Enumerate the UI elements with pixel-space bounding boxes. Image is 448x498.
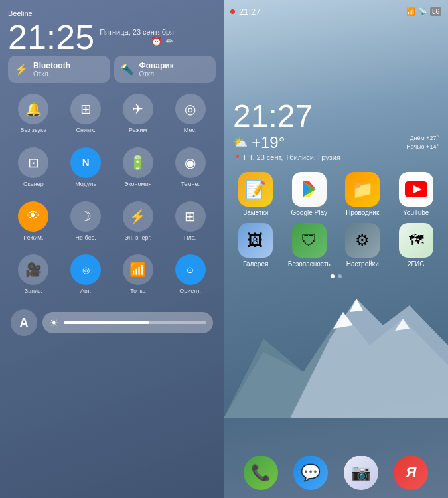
qs-record[interactable]: 🎥 Запис. [8, 249, 59, 300]
gallery-icon: 🖼 [238, 223, 273, 258]
user-avatar[interactable]: A [11, 309, 37, 336]
notification-dot [230, 9, 235, 14]
battery-label: Экономия [124, 181, 152, 188]
left-time: 21:25 [8, 20, 94, 54]
day-temp: Днём +27° [406, 134, 439, 143]
settings-icon: ⚙ [345, 223, 380, 258]
camera-icon: 📷 [344, 456, 378, 490]
app-zamet[interactable]: 📝 Заметки [230, 172, 281, 216]
youtube-icon [399, 172, 433, 207]
qs-battery[interactable]: 🔋 Экономия [113, 142, 164, 193]
dock-phone[interactable]: 📞 [244, 456, 278, 490]
eye-icon: 👁 [18, 201, 48, 232]
dock-camera[interactable]: 📷 [344, 456, 378, 490]
youtube-label: YouTube [403, 209, 429, 216]
right-statusbar: 21:27 📶 📡 86 [230, 7, 441, 17]
googleplay-icon [292, 172, 327, 207]
shazam-label: Авт. [80, 288, 91, 295]
brightness-control[interactable]: ☀ [42, 312, 213, 333]
flashlight-icon: 🔦 [121, 63, 134, 76]
scan-label: Сканер [23, 181, 44, 188]
left-status-icons: ⏰✏ [151, 36, 174, 46]
brightness-fill [64, 321, 149, 324]
orient-icon: ⊙ [175, 254, 206, 285]
power-label: Эн. энерг. [125, 234, 152, 242]
dnd-label: Не бес. [76, 234, 96, 242]
messages-icon: 💬 [293, 456, 328, 490]
weather-location: 📍 ПТ, 23 сент, Тбилиси, Грузия [233, 153, 439, 161]
dock-messages[interactable]: 💬 [293, 456, 328, 490]
app-settings[interactable]: ⚙ Настройки [337, 223, 388, 268]
night-temp: Ночью +14° [406, 143, 439, 151]
zamet-label: Заметки [243, 209, 268, 216]
silent-label: Без звука [21, 127, 47, 134]
dock: 📞 💬 📷 Я [230, 449, 441, 498]
app-grid-row1: 📝 Заметки Google Play 📁 [230, 172, 441, 216]
flashlight-status: Откл. [139, 70, 174, 78]
wifi-icon: 📶 [123, 254, 153, 285]
right-panel: 21:27 📶 📡 86 21:27 ⛅ +19° Днём +27° Ночь… [224, 0, 448, 498]
location-pin-icon: 📍 [233, 154, 241, 161]
app-security[interactable]: 🛡 Безопасность [284, 223, 335, 268]
qs-eye[interactable]: 👁 Режим. [8, 196, 59, 247]
files-icon: 📁 [345, 172, 380, 207]
flashlight-title: Фонарик [139, 61, 174, 70]
qs-tile4[interactable]: ⊞ Пла. [165, 196, 216, 247]
qs-nfc[interactable]: N Модуль [60, 142, 112, 193]
nfc-label: Модуль [75, 181, 96, 188]
bluetooth-status: Откл. [33, 70, 70, 78]
qs-shazam[interactable]: ◎ Авт. [60, 249, 112, 300]
silent-icon: 🔔 [18, 94, 48, 124]
left-date: Пятница, 23 сентября [100, 28, 174, 36]
flashlight-tile[interactable]: 🔦 Фонарик Откл. [114, 56, 216, 83]
brightness-icon: ☀ [49, 317, 58, 329]
app-gallery[interactable]: 🖼 Галерея [230, 223, 281, 268]
qs-power[interactable]: ⚡ Эн. энерг. [113, 196, 164, 247]
screenshot-icon: ⊞ [70, 94, 101, 124]
maps-icon: 🗺 [399, 223, 433, 258]
security-icon: 🛡 [292, 223, 327, 258]
signal-icon: 📶 [406, 7, 415, 16]
scan-icon: ⊡ [18, 147, 48, 178]
qs-scan[interactable]: ⊡ Сканер [8, 142, 59, 193]
app-2gis[interactable]: 🗺 2ГИС [391, 223, 442, 268]
qs-silent[interactable]: 🔔 Без звука [8, 88, 59, 139]
dot-2 [338, 274, 342, 278]
dock-browser[interactable]: Я [394, 456, 428, 490]
battery-status: 86 [430, 7, 441, 16]
power-icon: ⚡ [123, 201, 153, 232]
battery-icon: 🔋 [123, 147, 153, 178]
qs-location[interactable]: ◎ Мес. [165, 88, 216, 139]
qs-dark[interactable]: ◉ Темне. [165, 142, 216, 193]
gallery-label: Галерея [243, 260, 268, 268]
qs-orient[interactable]: ⊙ Ориент. [165, 249, 216, 300]
weather-details: Днём +27° Ночью +14° [406, 134, 439, 151]
airplane-icon: ✈ [123, 94, 153, 124]
bluetooth-tile[interactable]: ⚡ Bluetooth Откл. [8, 56, 110, 83]
qs-dnd[interactable]: ☽ Не бес. [60, 196, 112, 247]
shazam-icon: ◎ [70, 254, 101, 285]
app-youtube[interactable]: YouTube [391, 172, 442, 216]
security-label: Безопасность [288, 260, 331, 268]
qs-wifi[interactable]: 📶 Точка [113, 249, 164, 300]
qs-screenshot[interactable]: ⊞ Снимк. [60, 88, 112, 139]
nfc-icon: N [70, 147, 101, 178]
app-grid-row2: 🖼 Галерея 🛡 Безопасность ⚙ Настройки 🗺 [230, 223, 441, 268]
airplane-label: Режим [129, 127, 147, 134]
record-icon: 🎥 [18, 254, 48, 285]
carrier-label: Beeline [8, 9, 216, 17]
bottom-controls: A ☀ [8, 304, 216, 341]
quick-settings-grid: 🔔 Без звука ⊞ Снимк. ✈ Режим ◎ Мес. ⊡ Ск… [8, 88, 216, 300]
maps-label: 2ГИС [408, 260, 424, 268]
screenshot-label: Снимк. [76, 127, 96, 134]
weather-section: 21:27 ⛅ +19° Днём +27° Ночью +14° 📍 ПТ, … [230, 100, 441, 161]
left-panel: Beeline 21:25 Пятница, 23 сентября ⏰✏ ⚡ … [0, 0, 224, 498]
location-label: Мес. [184, 127, 197, 134]
qs-airplane[interactable]: ✈ Режим [113, 88, 164, 139]
bluetooth-title: Bluetooth [33, 61, 70, 70]
app-files[interactable]: 📁 Проводник [337, 172, 388, 216]
settings-label: Настройки [346, 260, 379, 268]
app-googleplay[interactable]: Google Play [284, 172, 335, 216]
dnd-icon: ☽ [70, 201, 101, 232]
tile4-label: Пла. [184, 234, 196, 242]
